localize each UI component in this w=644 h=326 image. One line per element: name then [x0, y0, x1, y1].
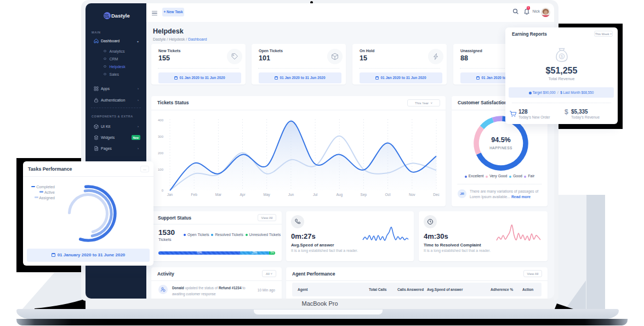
- svg-text:400: 400: [158, 119, 164, 122]
- svg-text:Oct: Oct: [385, 193, 391, 196]
- svg-text:100: 100: [158, 168, 164, 171]
- svg-text:Apr: Apr: [240, 193, 246, 197]
- svg-text:HAPPINESS: HAPPINESS: [489, 146, 512, 150]
- svg-text:Jan: Jan: [167, 193, 173, 196]
- svg-text:0: 0: [162, 189, 164, 192]
- svg-text:Aug: Aug: [337, 193, 343, 197]
- svg-text:Jul: Jul: [313, 193, 318, 196]
- svg-text:300: 300: [158, 135, 164, 138]
- svg-text:May: May: [264, 193, 271, 197]
- svg-text:Sep: Sep: [361, 193, 367, 197]
- svg-text:Dec: Dec: [433, 193, 440, 196]
- svg-text:200: 200: [158, 151, 164, 155]
- svg-text:Mar: Mar: [215, 193, 222, 196]
- svg-text:$: $: [561, 54, 563, 59]
- svg-text:Feb: Feb: [191, 193, 198, 196]
- svg-text:94.5%: 94.5%: [491, 136, 510, 144]
- svg-text:Jun: Jun: [288, 193, 294, 196]
- svg-text:Nov: Nov: [409, 193, 415, 196]
